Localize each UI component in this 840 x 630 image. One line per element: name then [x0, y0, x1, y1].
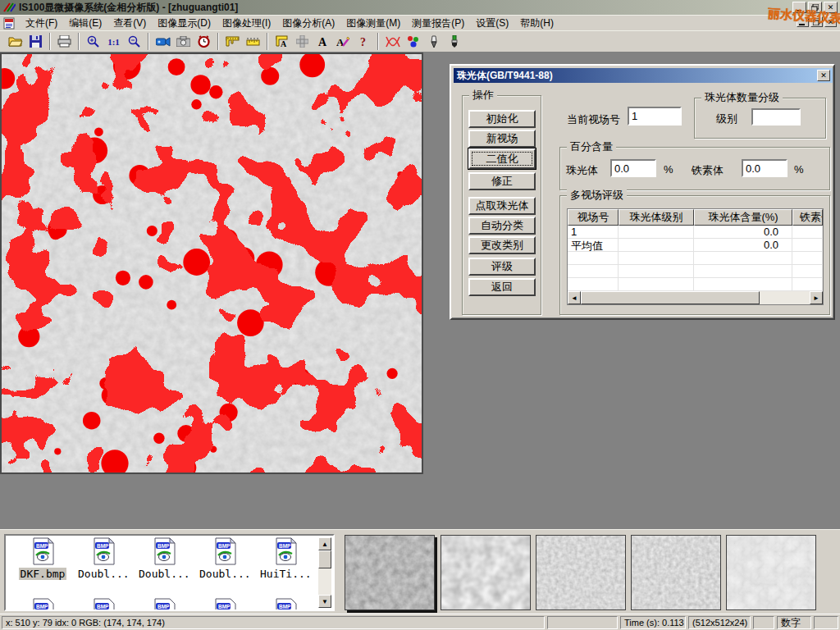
file-item[interactable]: BMP DKF.bmp	[16, 537, 70, 580]
file-item[interactable]: BMP Doubl...	[137, 537, 191, 580]
menu-help[interactable]: 帮助(H)	[514, 15, 559, 32]
file-item[interactable]: BMP	[198, 598, 252, 611]
menu-image-analysis[interactable]: 图像分析(A)	[276, 15, 340, 32]
menu-image-processing[interactable]: 图像处理(I)	[217, 15, 276, 32]
col-pearlite-content: 珠光体含量(%)	[694, 209, 792, 226]
table-hscrollbar[interactable]: ◄ ►	[568, 291, 823, 304]
level-input[interactable]	[751, 108, 801, 126]
multifield-group-label: 多视场评级	[567, 189, 627, 201]
file-item[interactable]: BMP Doubl...	[198, 537, 252, 580]
minimize-button[interactable]	[792, 2, 806, 13]
actual-size-button[interactable]: 1:1	[103, 32, 124, 51]
table-row[interactable]: 平均值 0.0	[568, 239, 823, 252]
text-edit-button[interactable]: A	[333, 32, 354, 51]
zoom-in-button[interactable]	[83, 32, 103, 51]
cell-level	[619, 239, 694, 251]
bmp-file-icon: BMP	[30, 537, 55, 565]
level-label: 级别	[716, 112, 737, 126]
rate-button[interactable]: 评级	[468, 258, 536, 276]
help-button[interactable]: ?	[354, 32, 374, 51]
classify-dots-icon	[406, 35, 420, 48]
close-button[interactable]: ✕	[824, 2, 838, 13]
binarize-button[interactable]: 二值化	[468, 148, 536, 169]
file-name[interactable]: Doubl...	[137, 568, 192, 580]
caliper-button[interactable]	[222, 32, 243, 51]
auto-classify-button[interactable]: 自动分类	[468, 217, 536, 235]
file-name[interactable]: Doubl...	[76, 568, 131, 580]
scroll-down-icon[interactable]: ▼	[318, 595, 331, 608]
thumbnail-1[interactable]	[345, 535, 435, 610]
cell-level	[619, 226, 694, 238]
menu-settings[interactable]: 设置(S)	[470, 15, 514, 32]
file-item[interactable]: BMP	[76, 598, 130, 611]
mdi-restore-button[interactable]	[810, 16, 823, 27]
dialog-close-button[interactable]: ✕	[817, 70, 830, 81]
snapshot-button[interactable]	[173, 32, 194, 51]
menu-image-measure[interactable]: 图像测量(M)	[340, 15, 406, 32]
init-button[interactable]: 初始化	[468, 110, 536, 128]
return-button[interactable]: 返回	[468, 278, 536, 296]
table-row[interactable]: 1 0.0	[568, 226, 823, 239]
svg-text:BMP: BMP	[158, 604, 170, 609]
print-button[interactable]	[54, 32, 75, 51]
file-name[interactable]: Doubl...	[198, 568, 253, 580]
multifield-group: 多视场评级 视场号 珠光体级别 珠光体含量(%) 铁素体 1 0.0 平均值	[559, 195, 830, 315]
dialog-titlebar[interactable]: 珠光体(GB/T9441-88) ✕	[454, 68, 833, 83]
save-button[interactable]	[25, 32, 46, 51]
bmp-file-icon: BMP	[273, 537, 298, 565]
current-field-input[interactable]	[628, 107, 682, 126]
mdi-minimize-button[interactable]	[797, 16, 809, 27]
scroll-thumb[interactable]	[581, 291, 760, 304]
cell-ferrite	[792, 226, 823, 238]
file-item[interactable]: BMP HuiTi...	[258, 537, 313, 580]
file-item[interactable]: BMP Doubl...	[76, 537, 130, 580]
file-item[interactable]: BMP	[16, 598, 70, 611]
measure-label-button[interactable]: A	[272, 32, 292, 51]
pen-tool-icon	[429, 35, 439, 48]
restore-button[interactable]	[808, 2, 822, 13]
ferrite-percent-input[interactable]	[742, 159, 788, 177]
ruler-button[interactable]	[243, 32, 263, 51]
mdi-close-button[interactable]: ✕	[824, 16, 837, 27]
scroll-thumb[interactable]	[318, 550, 331, 568]
file-name[interactable]: HuiTi...	[258, 568, 313, 580]
file-item[interactable]: BMP	[137, 598, 191, 611]
brush-tool-button[interactable]	[444, 32, 464, 51]
scroll-up-icon[interactable]: ▲	[318, 537, 331, 550]
grid-tool-button[interactable]	[292, 32, 313, 51]
toolbar-separator	[78, 33, 80, 50]
cell-content: 0.0	[694, 239, 792, 251]
new-field-button[interactable]: 新视场	[468, 130, 536, 148]
filelist-vscrollbar[interactable]: ▲ ▼	[318, 537, 331, 608]
document-icon[interactable]	[3, 17, 16, 30]
menu-edit[interactable]: 编辑(E)	[63, 15, 107, 32]
video-capture-button[interactable]	[153, 32, 173, 51]
file-item[interactable]: BMP	[258, 598, 313, 611]
pearlite-percent-input[interactable]	[610, 159, 656, 177]
menu-file[interactable]: 文件(F)	[20, 15, 63, 32]
menu-measure-report[interactable]: 测量报告(P)	[406, 15, 470, 32]
curve-tool-icon	[385, 35, 401, 48]
thumbnail-5[interactable]	[726, 535, 816, 610]
correct-button[interactable]: 修正	[468, 172, 536, 190]
thumbnail-4[interactable]	[631, 535, 721, 610]
text-button[interactable]: A	[313, 32, 333, 51]
bmp-file-icon: BMP	[273, 598, 298, 611]
micrograph-image[interactable]	[0, 52, 423, 474]
curve-tool-button[interactable]	[382, 32, 403, 51]
timer-button[interactable]	[194, 32, 214, 51]
thumbnail-2[interactable]	[441, 535, 531, 610]
thumbnail-3[interactable]	[536, 535, 626, 610]
menu-image-display[interactable]: 图像显示(D)	[152, 15, 217, 32]
pick-pearlite-button[interactable]: 点取珠光体	[468, 197, 536, 215]
zoom-out-button[interactable]	[124, 32, 144, 51]
open-button[interactable]	[5, 32, 25, 51]
pen-tool-button[interactable]	[423, 32, 444, 51]
scroll-left-icon[interactable]: ◄	[568, 291, 581, 304]
svg-text:BMP: BMP	[279, 543, 291, 549]
scroll-right-icon[interactable]: ►	[810, 291, 823, 304]
classify-button[interactable]	[403, 32, 423, 51]
menu-view[interactable]: 查看(V)	[107, 15, 152, 32]
change-class-button[interactable]: 更改类别	[468, 236, 536, 254]
file-name[interactable]: DKF.bmp	[19, 568, 67, 580]
